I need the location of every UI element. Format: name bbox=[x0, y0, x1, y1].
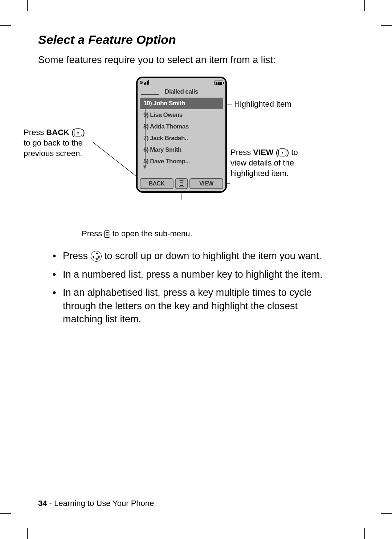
softkey-icon bbox=[74, 128, 82, 136]
list-item[interactable]: 7) Jack Bradsh.. bbox=[140, 132, 223, 144]
list-item[interactable]: 8) Adda Thomas bbox=[140, 121, 223, 132]
callout-highlighted: Highlighted item bbox=[234, 99, 299, 110]
menu-key[interactable] bbox=[175, 178, 188, 189]
instruction-item: In a numbered list, press a number key t… bbox=[53, 268, 336, 281]
battery-icon bbox=[215, 81, 223, 85]
instruction-list: Press to scroll up or down to highlight … bbox=[38, 249, 336, 326]
status-bar: G bbox=[138, 78, 225, 87]
section-heading: Select a Feature Option bbox=[38, 33, 336, 47]
page-footer: 34 - Learning to Use Your Phone bbox=[38, 499, 154, 508]
instruction-item: Press to scroll up or down to highlight … bbox=[53, 249, 336, 262]
callout-view: Press VIEW () to view details of the hig… bbox=[230, 147, 307, 179]
chapter-title: Learning to Use Your Phone bbox=[54, 499, 154, 508]
instruction-item: In an alphabetised list, press a key mul… bbox=[53, 286, 336, 326]
softkey-icon bbox=[278, 148, 286, 156]
nav-icon bbox=[91, 251, 102, 262]
menu-icon bbox=[179, 180, 184, 187]
page-content: Select a Feature Option Some features re… bbox=[38, 33, 336, 331]
page-number: 34 bbox=[38, 499, 47, 508]
call-list: 10) John Smith 9) Lisa Owens 8) Adda Tho… bbox=[138, 98, 225, 167]
phone-screen: G Dialled calls 10) John Smith 9) Lisa O… bbox=[136, 77, 227, 193]
screen-title: Dialled calls bbox=[138, 87, 225, 98]
callout-back: Press BACK () to go back to the previous… bbox=[24, 127, 93, 159]
softkey-back[interactable]: BACK bbox=[140, 178, 173, 189]
list-item[interactable]: 6) Mary Smith bbox=[140, 144, 223, 156]
list-item[interactable]: 5) Dave Thomp... bbox=[140, 156, 223, 167]
softkey-view[interactable]: VIEW bbox=[189, 178, 223, 189]
signal-icon: G bbox=[140, 79, 149, 86]
callout-menu: Press to open the sub-menu. bbox=[82, 229, 336, 238]
intro-text: Some features require you to select an i… bbox=[38, 53, 336, 66]
phone-diagram: Press BACK () to go back to the previous… bbox=[38, 77, 336, 222]
softkey-bar: BACK VIEW bbox=[140, 178, 223, 189]
list-item[interactable]: 9) Lisa Owens bbox=[140, 109, 223, 121]
menu-icon bbox=[104, 230, 110, 238]
list-item[interactable]: 10) John Smith bbox=[140, 98, 223, 109]
